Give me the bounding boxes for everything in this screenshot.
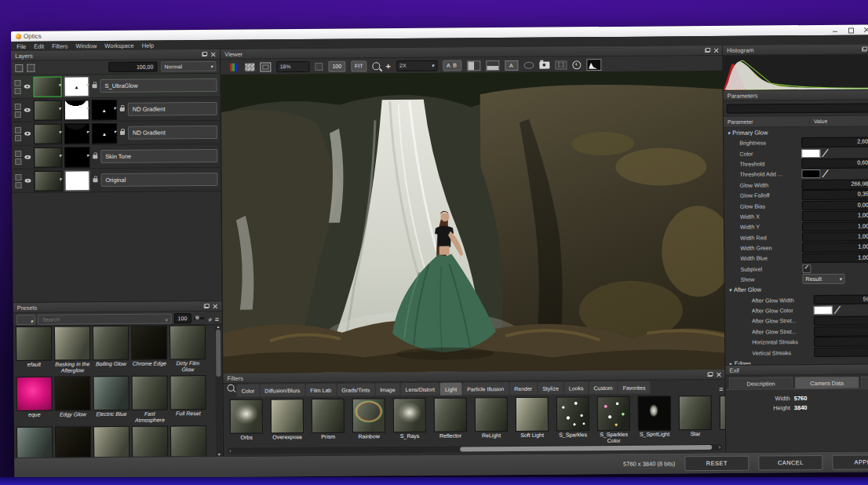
param-value-input[interactable]: 596,99 — [814, 294, 868, 304]
pan-tool-icon[interactable]: + — [386, 62, 392, 70]
chevron-down-icon[interactable] — [86, 99, 88, 113]
preset-thumbnail[interactable] — [54, 376, 90, 410]
lock-icon[interactable] — [120, 131, 125, 135]
layer-visibility-eye-icon[interactable] — [24, 85, 31, 89]
tab-film-lab[interactable]: Film Lab — [305, 384, 336, 396]
filter-item[interactable]: Orbs — [230, 399, 263, 446]
viewer-image[interactable] — [221, 71, 725, 374]
lock-icon[interactable] — [93, 178, 97, 182]
layer-row[interactable]: Original — [12, 168, 221, 193]
tab-stylize[interactable]: Stylize — [538, 381, 563, 394]
close-panel-icon[interactable] — [213, 303, 218, 308]
chevron-down-icon[interactable] — [59, 146, 61, 160]
filter-thumbnail[interactable] — [271, 399, 304, 433]
filter-thumbnail[interactable] — [393, 398, 426, 432]
preset-item[interactable]: Edgy Glow — [54, 376, 90, 424]
filter-item[interactable]: Star — [679, 396, 712, 443]
layer-row[interactable]: Skin Tone — [12, 144, 221, 170]
preset-item[interactable]: Fast Atmosphere — [131, 376, 167, 424]
param-value-input[interactable]: 0,25 — [814, 337, 868, 347]
color-swatch[interactable] — [801, 170, 820, 178]
tab-image[interactable]: Image — [375, 383, 400, 396]
layer-visibility-eye-icon[interactable] — [24, 132, 31, 136]
snapshot-camera-icon[interactable] — [539, 61, 549, 68]
filter-item[interactable]: S_Sparkles Color — [597, 396, 630, 443]
subpixel-checkbox[interactable] — [802, 264, 811, 273]
column-header-value[interactable]: Value — [810, 119, 827, 124]
ellipse-region-icon[interactable] — [523, 61, 534, 68]
preset-item[interactable]: Full Reset — [170, 375, 206, 423]
filter-thumbnail[interactable] — [556, 396, 589, 431]
chevron-down-icon[interactable] — [58, 75, 60, 89]
preset-category-dropdown[interactable] — [16, 314, 35, 324]
preset-item[interactable]: Chrome Edge — [131, 325, 167, 373]
parameter-search-input[interactable] — [727, 103, 868, 113]
zoom-tool-icon[interactable] — [373, 62, 381, 70]
filter-item[interactable]: Rainbow — [352, 398, 385, 445]
layer-mask-thumbnail[interactable] — [92, 99, 117, 119]
lock-icon[interactable] — [93, 155, 97, 159]
layer-row[interactable]: ND Gradient — [12, 97, 221, 122]
color-swatch[interactable] — [801, 148, 820, 157]
search-icon[interactable] — [228, 385, 235, 392]
filter-thumbnail[interactable] — [434, 397, 467, 432]
filter-item[interactable]: S_SpotLight — [638, 396, 671, 443]
zoom-100-button[interactable]: 100 — [328, 61, 345, 72]
layer-transform-icon[interactable] — [15, 158, 21, 164]
preset-item[interactable]: Basking in the Afterglow — [54, 326, 90, 374]
filter-thumbnail[interactable] — [352, 398, 385, 432]
maximize-icon[interactable] — [848, 27, 854, 33]
float-panel-icon[interactable] — [707, 372, 713, 377]
menu-filters[interactable]: Filters — [52, 42, 67, 49]
tab-particle-illusion[interactable]: Particle Illusion — [462, 382, 509, 395]
layer-mask-thumbnail[interactable] — [64, 123, 89, 144]
layer-mask-thumbnail[interactable] — [64, 147, 89, 167]
layer-transform-icon[interactable] — [15, 87, 21, 93]
layer-fx-icon[interactable] — [15, 103, 21, 109]
tab-grads-tints[interactable]: Grads/Tints — [337, 383, 374, 396]
tab-lens-distort[interactable]: Lens/Distort — [401, 383, 439, 396]
filter-item[interactable]: ReLight — [475, 397, 508, 444]
float-panel-icon[interactable] — [204, 304, 210, 308]
filter-thumbnail[interactable] — [638, 396, 671, 430]
preset-thumbnail[interactable] — [170, 325, 206, 359]
layer-thumbnail[interactable] — [34, 170, 62, 191]
layer-row[interactable]: ND Gradient — [12, 121, 221, 146]
group-edges[interactable]: Edges — [725, 357, 868, 365]
layer-mask-thumbnail[interactable] — [92, 122, 117, 143]
chevron-down-icon[interactable] — [86, 146, 89, 160]
scroll-up-icon[interactable]: ▴ — [215, 323, 221, 329]
layer-mask-thumbnail[interactable] — [64, 76, 89, 97]
close-panel-icon[interactable] — [210, 51, 216, 57]
preset-thumbnail[interactable] — [16, 326, 52, 361]
chevron-down-icon[interactable] — [86, 75, 88, 89]
preset-thumbnail[interactable] — [16, 427, 53, 458]
layer-thumbnail[interactable] — [34, 100, 62, 120]
tab-light[interactable]: Light — [440, 383, 461, 396]
param-value-input[interactable]: 1,00 — [802, 253, 868, 263]
cancel-button[interactable]: CANCEL — [758, 454, 822, 470]
close-panel-icon[interactable] — [713, 47, 719, 53]
param-value-input[interactable]: 1,00 — [802, 221, 868, 232]
fit-button[interactable]: FIT — [351, 60, 367, 71]
filter-item[interactable]: S_Sparkles — [556, 396, 589, 443]
preset-item[interactable] — [93, 426, 129, 458]
param-value-input[interactable]: 1,00 — [802, 242, 868, 253]
layer-opacity-input[interactable]: 100,00 — [108, 62, 157, 72]
show-dropdown[interactable]: Result — [802, 274, 844, 284]
layer-name-field[interactable]: Skin Tone — [100, 149, 217, 163]
scroll-left-icon[interactable]: ‹ — [229, 448, 231, 454]
param-value-input[interactable]: 0,30 — [814, 315, 868, 326]
rgb-channels-icon[interactable] — [230, 64, 239, 71]
layer-mask-thumbnail[interactable] — [64, 170, 89, 191]
layer-name-field[interactable]: ND Gradient — [128, 126, 217, 140]
alpha-checker-icon[interactable] — [245, 64, 254, 71]
preset-thumbnail[interactable] — [132, 426, 168, 458]
layer-row[interactable]: S_UltraGlow — [11, 74, 220, 99]
panel-menu-icon[interactable] — [719, 381, 723, 393]
presets-scrollbar[interactable]: ▴ ▾ — [215, 323, 222, 457]
filter-item[interactable]: Prism — [312, 399, 345, 446]
scrollbar-thumb[interactable] — [460, 445, 712, 452]
preset-thumbnail[interactable] — [54, 326, 90, 360]
filter-thumbnail[interactable] — [597, 396, 630, 431]
